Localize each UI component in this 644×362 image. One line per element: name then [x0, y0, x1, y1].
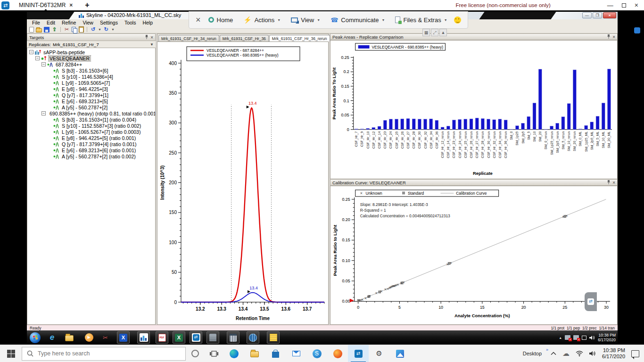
- menu-help[interactable]: Help: [139, 20, 156, 25]
- desktop-toolbar[interactable]: Desktop»: [523, 351, 542, 356]
- session-close-icon[interactable]: ×: [196, 15, 201, 25]
- toolbar-item-actions[interactable]: ⚡Actions▼: [243, 16, 281, 24]
- archive-icon[interactable]: [206, 331, 219, 344]
- menu-tools[interactable]: Tools: [121, 20, 140, 25]
- mail-icon[interactable]: [286, 345, 306, 362]
- tab-close-icon[interactable]: ×: [69, 2, 73, 8]
- chromatogram-chart[interactable]: 05010015020025030035040013.213.313.413.5…: [157, 42, 328, 324]
- skyline-restore-button[interactable]: ❐: [593, 12, 602, 18]
- tree-expander-icon[interactable]: −: [35, 56, 40, 60]
- tree-expander-icon[interactable]: −: [41, 62, 46, 66]
- undo-icon[interactable]: ↺: [90, 26, 96, 33]
- chromatogram-tab[interactable]: Mrk_61931_CSF_Hr_36: [220, 35, 269, 41]
- close-icon[interactable]: ×: [612, 35, 615, 39]
- chromatogram-tab[interactable]: Mrk_61931_CSF_Hr_34_rerun: [158, 35, 219, 41]
- action-center-error-icon[interactable]: [573, 335, 579, 340]
- paste-icon[interactable]: [79, 26, 84, 33]
- redo-icon[interactable]: ↻: [103, 26, 109, 33]
- volume-icon[interactable]: [589, 351, 596, 356]
- notes-icon[interactable]: [267, 331, 280, 344]
- photos-icon[interactable]: [389, 345, 410, 362]
- chromatogram-tab[interactable]: Mrk_61931_CSF_Hr_36_rerun: [269, 35, 330, 41]
- tree-node[interactable]: −690.8385++ (heavy) (rdotp 0.81, total r…: [27, 110, 155, 116]
- fullscreen-icon[interactable]: ⤢: [431, 29, 438, 36]
- close-icon[interactable]: ×: [612, 181, 615, 185]
- pin-icon[interactable]: [607, 180, 611, 185]
- calibration-chart[interactable]: 0510152025300.000.050.100.150.200.25Anal…: [330, 186, 618, 325]
- tree-node[interactable]: A [y5] - 560.2787+[2]: [27, 104, 155, 110]
- tree-node[interactable]: S [y10] - 1146.5386+[4]: [27, 74, 155, 80]
- skyline-app-icon[interactable]: [137, 331, 150, 344]
- file-explorer-icon[interactable]: [244, 345, 265, 362]
- open-icon[interactable]: [36, 28, 42, 33]
- skyline-minimize-button[interactable]: —: [582, 12, 592, 18]
- snipping-tool-icon[interactable]: ✂: [99, 331, 112, 344]
- firefox-icon[interactable]: [327, 345, 348, 362]
- menu-view[interactable]: View: [79, 20, 97, 25]
- host-clock[interactable]: 10:38 PM 6/17/2020: [602, 347, 625, 360]
- replicates-selector[interactable]: Replicates: Mrk_61931_CSF_Hr_7 ▼: [27, 41, 156, 48]
- onedrive-cloud-icon[interactable]: ☁: [562, 349, 570, 358]
- menu-edit[interactable]: Edit: [43, 20, 58, 25]
- feedback-smiley-icon[interactable]: [454, 16, 461, 24]
- window-minimize-icon[interactable]: —: [607, 2, 613, 9]
- file-explorer-icon[interactable]: [63, 331, 75, 344]
- tree-node[interactable]: E [y6] - 689.3213+[5]: [27, 98, 155, 104]
- globe-icon[interactable]: [247, 331, 259, 344]
- tree-node[interactable]: S [b3] - 316.1503+[1] (ratio 0.004): [27, 116, 155, 123]
- excel-viewer-icon[interactable]: X: [117, 331, 130, 344]
- remote-clock[interactable]: 10:38 PM 6/17/2020: [598, 333, 616, 342]
- internet-explorer-icon[interactable]: e: [46, 331, 58, 344]
- tree-node[interactable]: E [y8] - 946.4225+[3]: [27, 86, 155, 92]
- pdf-icon[interactable]: PDF: [156, 331, 168, 344]
- tree-node[interactable]: −687.8284++: [27, 61, 155, 67]
- tree-node[interactable]: L [y9] - 1065.5267+[7] (ratio 0.0003): [27, 129, 155, 135]
- excel-icon[interactable]: X: [173, 331, 185, 344]
- store-icon[interactable]: [265, 345, 286, 362]
- tree-node[interactable]: S [y10] - 1152.5587+[3] (ratio 0.002): [27, 123, 155, 129]
- teamviewer-side-tab[interactable]: ⇄: [585, 292, 597, 311]
- menu-file[interactable]: File: [29, 20, 43, 25]
- tree-node[interactable]: −VESLEQEAANER: [27, 55, 155, 61]
- toolbar-item-home[interactable]: Home: [208, 16, 233, 24]
- start-button[interactable]: [0, 345, 22, 362]
- remote-session-tab[interactable]: MININT-D6T32MR ×: [14, 0, 77, 10]
- tree-node[interactable]: L [y9] - 1059.5065+[7]: [27, 80, 155, 86]
- collapse-chevron-icon[interactable]: ▲: [439, 29, 447, 36]
- search-input[interactable]: [38, 350, 160, 357]
- tree-expander-icon[interactable]: −: [41, 111, 46, 115]
- tray-chevron-up-icon[interactable]: [551, 352, 556, 355]
- tray-expand-icon[interactable]: ▲: [559, 336, 562, 339]
- tree-node[interactable]: −sAPP-beta-peptide: [27, 49, 155, 55]
- copy-icon[interactable]: [72, 27, 77, 33]
- toolbar-item-view[interactable]: View▼: [291, 16, 320, 24]
- window-tray-icon[interactable]: [582, 336, 586, 340]
- overflow-chevron-icon[interactable]: »: [546, 347, 548, 352]
- action-center-icon[interactable]: [631, 350, 639, 357]
- tree-expander-icon[interactable]: −: [29, 50, 33, 54]
- share-icon[interactable]: ⇪: [51, 26, 58, 33]
- pin-icon[interactable]: [607, 34, 611, 39]
- media-player-icon[interactable]: ▶: [83, 331, 95, 344]
- pin-icon[interactable]: [145, 35, 149, 40]
- chevron-down-icon[interactable]: ▼: [98, 28, 101, 31]
- calculator-icon[interactable]: [227, 331, 239, 344]
- speaker-icon[interactable]: [589, 335, 595, 340]
- teamviewer-icon[interactable]: ⇄: [190, 331, 202, 344]
- teamviewer-icon[interactable]: ⇄: [348, 345, 369, 362]
- edge-icon[interactable]: [223, 345, 244, 362]
- menu-settings[interactable]: Settings: [97, 20, 121, 25]
- grid-icon[interactable]: ▦: [422, 29, 430, 36]
- chevron-down-icon[interactable]: ▼: [150, 42, 154, 47]
- new-document-icon[interactable]: [29, 27, 34, 33]
- close-icon[interactable]: ×: [150, 35, 153, 40]
- tree-node[interactable]: Q [y7] - 817.3799+[4] (ratio 0.001): [27, 141, 155, 147]
- start-orb-icon[interactable]: [29, 331, 41, 344]
- floating-widget-icon[interactable]: [634, 27, 640, 33]
- tree-node[interactable]: Q [y7] - 817.3799+[1]: [27, 92, 155, 98]
- save-icon[interactable]: [44, 27, 50, 33]
- new-tab-button[interactable]: +: [85, 1, 89, 9]
- window-close-icon[interactable]: ×: [635, 1, 638, 9]
- taskbar-search[interactable]: [22, 347, 186, 361]
- peak-areas-chart[interactable]: 00.050.10.150.20.25CSF_Hr_7CSF_Hr_9CSF_H…: [330, 40, 618, 179]
